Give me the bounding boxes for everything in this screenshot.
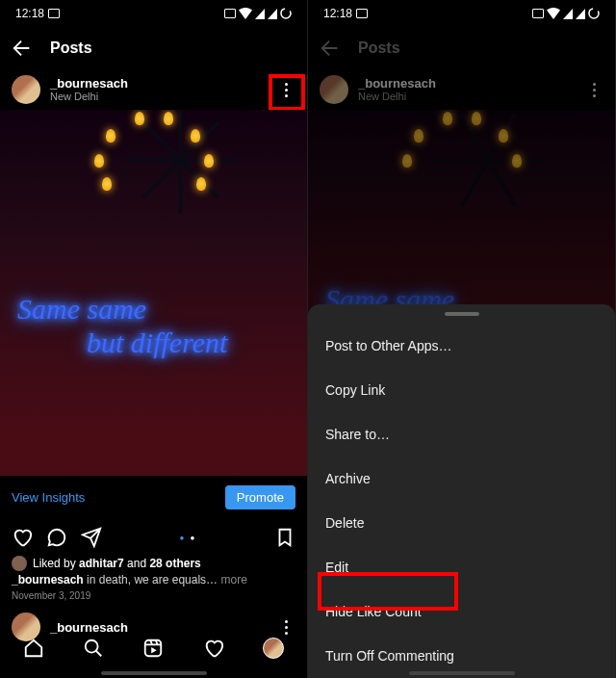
signal2-icon: [268, 9, 277, 19]
sheet-handle[interactable]: [445, 312, 479, 316]
bottom-nav: [0, 628, 307, 668]
svg-point-0: [281, 9, 291, 18]
app-indicator-icon: [356, 9, 368, 18]
phone-right: 12:18 Posts _bournesach New Delhi: [308, 0, 616, 678]
profile-nav-avatar[interactable]: [263, 638, 284, 659]
action-sheet: Post to Other Apps… Copy Link Share to… …: [308, 304, 615, 678]
post-date: November 3, 2019: [0, 588, 307, 603]
view-insights-link[interactable]: View Insights: [12, 490, 85, 505]
avatar: [320, 75, 348, 104]
home-indicator: [101, 671, 207, 675]
phone-left: 12:18 Posts _bournesach New Delhi: [0, 0, 308, 678]
ring-icon: [280, 8, 292, 19]
page-title: Posts: [50, 39, 92, 57]
app-indicator-icon: [48, 9, 60, 18]
likes-row[interactable]: Liked by adhitar7 and 28 others: [0, 556, 307, 571]
status-time: 12:18: [15, 7, 44, 20]
back-icon[interactable]: [320, 38, 341, 59]
page-header: Posts: [0, 27, 307, 69]
post-header[interactable]: _bournesach New Delhi: [0, 69, 307, 110]
neon-text-2: but different: [87, 326, 227, 359]
post-header: _bournesach New Delhi: [308, 69, 615, 110]
sheet-item-hide-likes[interactable]: Hide Like Count: [308, 589, 615, 634]
wifi-icon: [239, 8, 252, 19]
sheet-item-share-to[interactable]: Share to…: [308, 412, 615, 456]
carousel-dots: ● ●: [116, 534, 261, 542]
signal1-icon: [255, 9, 265, 19]
signal1-icon: [563, 9, 573, 19]
caption-more[interactable]: more: [220, 573, 246, 587]
like-icon[interactable]: [12, 527, 33, 548]
sheet-item-archive[interactable]: Archive: [308, 456, 615, 501]
location: New Delhi: [358, 91, 436, 103]
status-icons: [224, 8, 292, 19]
highlight-box: [269, 74, 305, 111]
promote-button[interactable]: Promote: [225, 485, 295, 509]
status-time: 12:18: [323, 7, 352, 20]
sheet-item-edit[interactable]: Edit: [308, 545, 615, 589]
search-icon[interactable]: [83, 638, 104, 659]
signal2-icon: [576, 9, 585, 19]
home-icon[interactable]: [23, 638, 44, 659]
svg-rect-2: [145, 640, 162, 657]
liked-text: Liked by adhitar7 and 28 others: [33, 557, 201, 570]
liker-avatar: [12, 556, 27, 571]
status-icons: [532, 8, 600, 19]
action-bar: ● ●: [0, 519, 307, 556]
activity-icon[interactable]: [203, 638, 224, 659]
more-options-button: [584, 80, 603, 99]
picture-icon: [224, 9, 236, 18]
statusbar: 12:18: [308, 0, 615, 27]
avatar[interactable]: [12, 75, 40, 104]
ring-icon: [588, 8, 600, 19]
reels-icon[interactable]: [142, 638, 164, 659]
sheet-item-delete[interactable]: Delete: [308, 501, 615, 545]
sheet-item-post-other[interactable]: Post to Other Apps…: [308, 324, 615, 368]
bookmark-icon[interactable]: [274, 527, 295, 548]
wifi-icon: [547, 8, 560, 19]
username[interactable]: _bournesach: [50, 76, 128, 91]
home-indicator: [409, 671, 515, 675]
sheet-item-copy-link[interactable]: Copy Link: [308, 368, 615, 412]
page-header: Posts: [308, 27, 615, 69]
svg-point-3: [589, 9, 599, 18]
picture-icon: [532, 9, 544, 18]
page-title: Posts: [358, 39, 400, 57]
post-image[interactable]: Same same but different: [0, 110, 307, 476]
insights-row: View Insights Promote: [0, 476, 307, 519]
svg-point-1: [86, 640, 98, 653]
neon-text-1: Same same: [17, 293, 146, 326]
back-icon[interactable]: [12, 38, 33, 59]
share-icon[interactable]: [81, 527, 102, 548]
comment-icon[interactable]: [46, 527, 67, 548]
statusbar: 12:18: [0, 0, 307, 27]
username: _bournesach: [358, 76, 436, 91]
caption[interactable]: _bournesach in death, we are equals… mor…: [0, 571, 307, 588]
location[interactable]: New Delhi: [50, 91, 128, 103]
